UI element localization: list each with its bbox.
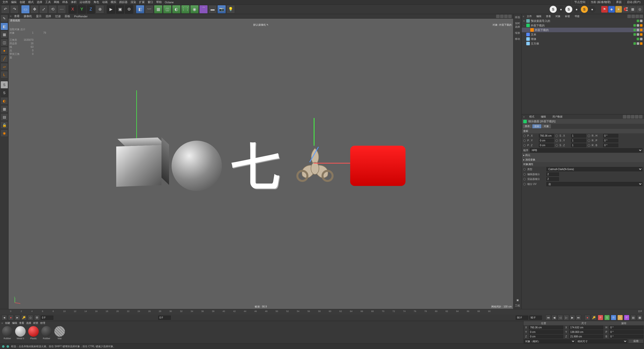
octane-s3-icon[interactable]: S (581, 6, 588, 13)
snap-toggle-button[interactable]: ▦ (1, 105, 8, 113)
texture-mode-button[interactable]: ▦ (1, 31, 8, 38)
material-item[interactable]: Rubber (2, 326, 13, 342)
menu-animate[interactable]: 动画 (101, 0, 109, 5)
menu-tools[interactable]: 工具 (44, 0, 52, 5)
tree-row[interactable]: +预设里面导入的 (522, 19, 644, 23)
timeline-mode2-icon[interactable]: ▦ (637, 315, 642, 320)
point-mode-button[interactable]: ● (1, 47, 8, 54)
obj-tab-file[interactable]: 文件 (525, 14, 534, 18)
menu-mesh[interactable]: 网格 (52, 0, 61, 5)
floor-button[interactable]: ▬ (208, 5, 217, 14)
render-settings-button[interactable]: ⚙ (125, 5, 133, 14)
node-space-value[interactable]: 当前 (标准/物理) (588, 0, 613, 5)
tree-row[interactable]: 文本 (522, 32, 644, 37)
mat-tab-texture[interactable]: 纹理 (40, 321, 45, 325)
frame-cur-input[interactable] (516, 316, 528, 320)
live-select-button[interactable]: ▭ (21, 5, 30, 14)
quantize-button[interactable]: ▤ (1, 113, 8, 121)
axis-button[interactable]: L (1, 71, 8, 79)
octane-s2-icon[interactable]: S (565, 6, 572, 13)
nav-fwd-icon[interactable] (631, 115, 634, 119)
attr-tab-mode[interactable]: 模式 (527, 115, 536, 119)
freeze-section[interactable]: ▸ 冻结变换 (522, 158, 644, 162)
obj-tab-tags[interactable]: 标签 (563, 14, 572, 18)
field-button[interactable]: ◉ (190, 5, 199, 14)
viewport-solo2-button[interactable]: S (1, 89, 8, 97)
mat-tab-material[interactable]: 材质 (33, 321, 38, 325)
edge-mode-button[interactable]: ╱ (1, 55, 8, 62)
attr-subtab-coord[interactable]: 坐标 (532, 124, 541, 128)
menu-mode[interactable]: 模式 (27, 0, 35, 5)
play-fwd-button[interactable]: ▷ (564, 315, 569, 320)
subdiv-button[interactable]: ▦ (154, 5, 163, 14)
quat-section[interactable]: ▸ 四元 (522, 153, 644, 158)
rotate-button[interactable]: ⟲ (48, 5, 57, 14)
material-item[interactable]: Rubber (41, 326, 52, 342)
mode-scale[interactable]: 缩放 (514, 31, 521, 35)
keysel-icon[interactable]: ◇ (28, 315, 33, 320)
tree-row[interactable]: 立方体 (522, 41, 644, 46)
mode-select[interactable]: 排选 (514, 15, 521, 20)
make-editable-button[interactable]: ✎ (1, 15, 8, 22)
next-frame-button[interactable]: ▶ (570, 315, 575, 320)
vp-menu-view[interactable]: 查看 (13, 14, 21, 18)
undo-button[interactable]: ↶ (1, 5, 10, 14)
attr-tab-edit[interactable]: 编辑 (539, 115, 548, 119)
keyopt-icon[interactable]: ⚙ (34, 315, 40, 320)
frame-start-input[interactable] (41, 316, 53, 320)
attr-subtab-basic[interactable]: 基本 (523, 124, 532, 128)
play-back-button[interactable]: ◁ (557, 315, 563, 320)
tree-row[interactable]: 球体 (522, 37, 644, 41)
cube-primitive-button[interactable]: ◧ (136, 5, 144, 14)
menu-window[interactable]: 窗口 (146, 0, 155, 5)
key-prev-icon[interactable]: ◄ (2, 315, 7, 320)
snap-icon[interactable]: ◎ (636, 6, 643, 13)
tree-row[interactable]: 外面下载的 (522, 28, 644, 32)
menu-create[interactable]: 创建 (18, 0, 27, 5)
bend-button[interactable]: ⌒ (199, 5, 208, 14)
vp-nav3-icon[interactable] (504, 15, 508, 18)
menu-simulate[interactable]: 模拟 (109, 0, 118, 5)
frame-end-input[interactable] (529, 316, 542, 320)
vp-nav2-icon[interactable] (500, 15, 504, 18)
z-axis-button[interactable]: Z (87, 5, 95, 14)
attr-tab-userdata[interactable]: 用户数据 (550, 115, 565, 119)
rec-button[interactable]: ● (585, 315, 590, 320)
locked-button[interactable]: 🔒 (1, 121, 8, 129)
newwin-icon[interactable] (639, 115, 642, 119)
red-flag-icon[interactable]: ⚑ (601, 6, 608, 13)
menu-mograph[interactable]: 运动图形 (78, 0, 92, 5)
frame-current-display[interactable] (158, 316, 171, 320)
magnet-icon[interactable]: 🧲 (622, 6, 629, 13)
render-region-button[interactable]: ▣ (116, 5, 124, 14)
mat-tab-select[interactable]: 选择 (26, 321, 31, 325)
vp-menu-filter[interactable]: 过滤 (54, 14, 62, 18)
coord-mode1-select[interactable]: 对象（相对） (524, 339, 575, 343)
menu-tracker[interactable]: 跟踪器 (118, 0, 129, 5)
vp-menu-panel[interactable]: 面板 (63, 14, 72, 18)
material-item[interactable]: Metal 0 (15, 326, 26, 342)
timeline-ruler[interactable]: 0 F 024681012141618202224262830323436384… (0, 309, 644, 314)
y-axis-button[interactable]: Y (77, 5, 86, 14)
x-axis-button[interactable]: X (68, 5, 77, 14)
camera-button[interactable]: 📷 (217, 5, 226, 14)
render-view-button[interactable]: ▶ (107, 5, 115, 14)
rot-key-icon[interactable]: R (611, 315, 616, 320)
autokey-toggle[interactable]: 🔑 (591, 315, 597, 320)
cloner-button[interactable]: ⋮⋮ (181, 5, 190, 14)
blue-flag-icon[interactable]: ◆ (608, 6, 615, 13)
obj-tab-bookmarks[interactable]: 书签 (573, 14, 582, 18)
mode-liveselect[interactable]: 实时选择 (514, 21, 521, 29)
material-item[interactable]: Mat (54, 326, 65, 342)
menu-spline[interactable]: 样条 (61, 0, 69, 5)
menu-edit[interactable]: 编辑 (10, 0, 18, 5)
move-button[interactable]: ✥ (30, 5, 39, 14)
octane-s1-icon[interactable]: S (550, 6, 557, 13)
octane-dot2-icon[interactable]: ● (573, 6, 580, 13)
filter-icon[interactable] (631, 15, 635, 18)
vp-menu-options[interactable]: 选择 (44, 14, 53, 18)
tweak-button[interactable]: ◐ (1, 97, 8, 105)
menu-octane[interactable]: Octane (163, 0, 175, 4)
coord-mode2-select[interactable]: 绝对尺寸 (576, 339, 628, 343)
mat-tab-create[interactable]: 创建 (5, 321, 10, 325)
